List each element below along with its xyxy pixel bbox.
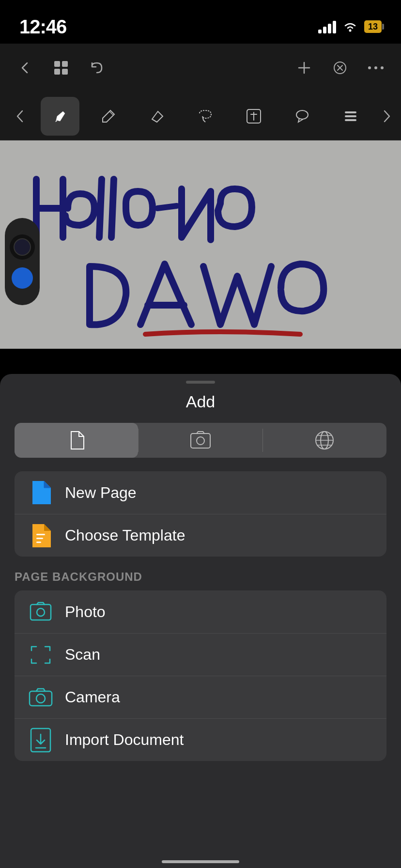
toolbar-left	[15, 57, 108, 78]
svg-rect-21	[36, 538, 43, 539]
new-page-icon	[28, 480, 53, 505]
sheet-handle	[186, 381, 215, 384]
choose-template-label: Choose Template	[65, 527, 185, 544]
svg-rect-16	[191, 434, 210, 448]
new-page-item[interactable]: New Page	[15, 471, 386, 514]
menu-section-background: PAGE BACKGROUND Photo	[15, 570, 386, 761]
photo-icon	[28, 599, 53, 624]
camera-lens-outer	[10, 234, 35, 260]
battery-icon: 13	[364, 20, 382, 33]
pen-tool[interactable]	[41, 97, 79, 136]
menu-card-background: Photo Scan	[15, 590, 386, 761]
svg-rect-3	[54, 69, 60, 75]
svg-point-8	[381, 66, 384, 69]
svg-point-24	[37, 608, 45, 616]
menu-card-top: New Page Choose Template	[15, 471, 386, 557]
canvas-drawing	[0, 140, 401, 349]
scan-item[interactable]: Scan	[15, 633, 386, 676]
cancel-button[interactable]	[329, 57, 351, 78]
text-tool[interactable]	[234, 97, 273, 136]
signal-bars-icon	[318, 20, 336, 33]
ruler-tool[interactable]	[331, 97, 370, 136]
svg-rect-1	[54, 61, 60, 67]
lasso-tool[interactable]	[186, 97, 225, 136]
svg-rect-20	[36, 534, 45, 535]
svg-rect-12	[345, 111, 356, 113]
svg-rect-4	[62, 69, 68, 75]
new-page-label: New Page	[65, 484, 137, 502]
toolbar-right	[293, 57, 386, 78]
camera-label: Camera	[65, 688, 120, 706]
svg-point-11	[296, 110, 308, 119]
import-document-icon	[28, 728, 53, 753]
svg-rect-2	[62, 61, 68, 67]
sheet-title: Add	[0, 392, 401, 411]
camera-item[interactable]: Camera	[15, 676, 386, 718]
choose-template-item[interactable]: Choose Template	[15, 514, 386, 557]
wifi-icon	[343, 21, 357, 32]
camera-shutter-button[interactable]	[12, 267, 33, 289]
tab-file[interactable]	[15, 423, 138, 458]
import-document-label: Import Document	[65, 731, 184, 749]
svg-rect-22	[36, 542, 41, 543]
pencil-tool[interactable]	[89, 97, 128, 136]
shape-tool[interactable]	[283, 97, 322, 136]
camera-icon	[28, 685, 53, 710]
photo-item[interactable]: Photo	[15, 590, 386, 633]
back-button[interactable]	[15, 57, 36, 78]
home-indicator	[162, 860, 239, 863]
svg-point-26	[36, 694, 45, 703]
svg-rect-15	[0, 140, 401, 349]
bottom-sheet: Add	[0, 374, 401, 868]
scan-label: Scan	[65, 646, 100, 664]
svg-rect-14	[345, 119, 356, 121]
svg-point-17	[197, 437, 204, 445]
svg-point-7	[374, 66, 377, 69]
pen-toolbar	[0, 92, 401, 140]
sheet-tabs[interactable]	[15, 423, 386, 458]
camera-lens-inner	[14, 238, 31, 256]
choose-template-icon	[28, 523, 53, 548]
photo-label: Photo	[65, 603, 106, 621]
svg-rect-23	[31, 604, 51, 620]
camera-widget	[5, 218, 40, 305]
add-button[interactable]	[293, 57, 315, 78]
tab-web[interactable]	[263, 423, 386, 458]
prev-tool-button[interactable]	[10, 106, 31, 127]
scan-icon	[28, 642, 53, 667]
main-toolbar	[0, 44, 401, 92]
svg-point-0	[349, 30, 351, 32]
tab-photo[interactable]	[139, 423, 262, 458]
undo-button[interactable]	[86, 57, 108, 78]
canvas-area[interactable]	[0, 140, 401, 349]
section-label: PAGE BACKGROUND	[15, 570, 386, 584]
menu-section-top: New Page Choose Template	[15, 471, 386, 557]
grid-button[interactable]	[50, 57, 72, 78]
svg-rect-13	[345, 115, 356, 117]
more-button[interactable]	[365, 57, 386, 78]
svg-rect-25	[30, 691, 52, 706]
status-bar: 12:46 13	[0, 0, 401, 44]
svg-point-6	[368, 66, 371, 69]
eraser-tool[interactable]	[138, 97, 176, 136]
import-document-item[interactable]: Import Document	[15, 718, 386, 761]
status-time: 12:46	[19, 16, 66, 38]
status-icons: 13	[318, 20, 382, 33]
next-tool-button[interactable]	[382, 109, 391, 124]
